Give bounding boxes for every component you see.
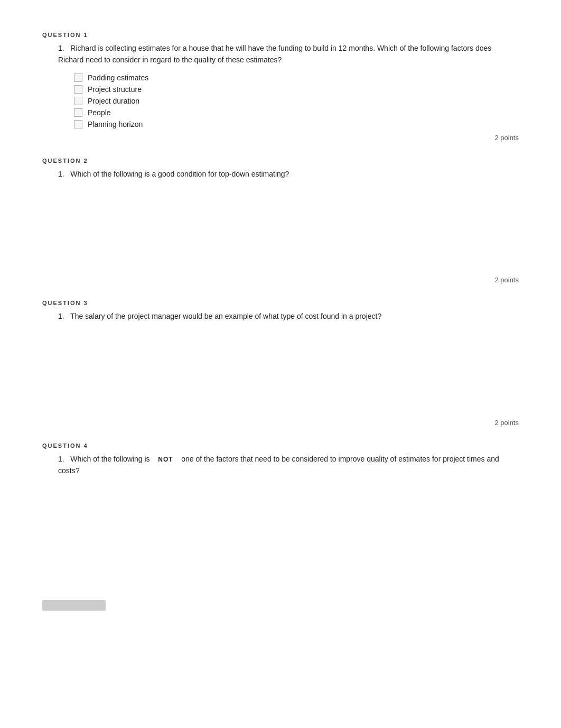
choice-checkbox[interactable] <box>74 120 82 128</box>
question-4-answer-area <box>58 484 519 579</box>
question-3-text: 1. The salary of the project manager wou… <box>58 310 519 322</box>
question-2-answer-area <box>58 187 519 272</box>
question-4-block: QUESTION 4 1. Which of the following is … <box>42 443 519 611</box>
question-1-block: QUESTION 1 1. Richard is collecting esti… <box>42 32 519 142</box>
question-4-label: QUESTION 4 <box>42 443 519 449</box>
choice-text: Project structure <box>88 85 142 94</box>
choice-text: People <box>88 108 111 117</box>
choice-checkbox[interactable] <box>74 97 82 105</box>
question-3-answer-area <box>58 330 519 414</box>
choice-item: Planning horizon <box>74 120 519 128</box>
choice-checkbox[interactable] <box>74 108 82 117</box>
question-1-choices: Padding estimates Project structure Proj… <box>74 73 519 128</box>
choice-item: Padding estimates <box>74 73 519 82</box>
choice-text: Planning horizon <box>88 120 143 128</box>
question-3-points: 2 points <box>42 419 519 427</box>
question-2-points: 2 points <box>42 276 519 284</box>
choice-text: Project duration <box>88 97 139 105</box>
question-2-label: QUESTION 2 <box>42 158 519 164</box>
question-1-points: 2 points <box>42 134 519 142</box>
question-2-block: QUESTION 2 1. Which of the following is … <box>42 158 519 284</box>
question-4-not-label: NOT <box>158 455 173 465</box>
question-2-text: 1. Which of the following is a good cond… <box>58 168 519 180</box>
question-3-block: QUESTION 3 1. The salary of the project … <box>42 300 519 426</box>
question-3-body: The salary of the project manager would … <box>70 312 381 320</box>
question-4-text: 1. Which of the following is NOT one of … <box>58 453 519 477</box>
choice-item: People <box>74 108 519 117</box>
choice-checkbox[interactable] <box>74 73 82 82</box>
bottom-bar <box>42 600 519 611</box>
choice-item: Project duration <box>74 97 519 105</box>
choice-text: Padding estimates <box>88 73 148 82</box>
question-1-text: 1. Richard is collecting estimates for a… <box>58 42 519 66</box>
question-2-body: Which of the following is a good conditi… <box>70 170 289 178</box>
bottom-decoration <box>42 600 106 611</box>
question-3-label: QUESTION 3 <box>42 300 519 306</box>
choice-item: Project structure <box>74 85 519 94</box>
question-1-body: Richard is collecting estimates for a ho… <box>58 44 491 64</box>
question-4-before: Which of the following is <box>70 455 149 463</box>
question-1-label: QUESTION 1 <box>42 32 519 38</box>
choice-checkbox[interactable] <box>74 85 82 94</box>
